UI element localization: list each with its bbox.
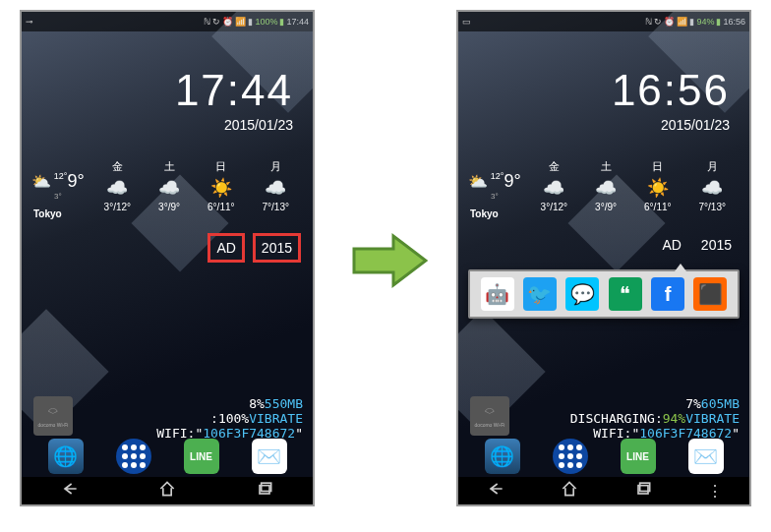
info-mb: 605MB — [701, 396, 740, 411]
forecast-day: 金☁️3°/12° — [104, 159, 131, 212]
recent-button[interactable] — [633, 479, 653, 502]
chat-icon[interactable]: 💬 — [565, 277, 599, 311]
home-button[interactable] — [560, 479, 579, 502]
forecast-day: 金☁️3°/12° — [541, 159, 567, 212]
menu-button[interactable]: ⋮ — [707, 482, 723, 501]
hangouts-icon[interactable]: ❝ — [609, 277, 642, 311]
clock-time: 16:56 — [612, 66, 730, 115]
facebook-icon[interactable]: f — [651, 277, 684, 311]
share-app-1[interactable]: 🤖 — [481, 277, 514, 311]
docomo-widget[interactable]: ⌔ docomo Wi-Fi — [33, 396, 73, 436]
svg-point-16 — [576, 453, 582, 459]
globe-icon[interactable]: 🌐 — [485, 439, 520, 474]
wifi-icon: ⌔ — [48, 404, 58, 422]
info-mb: 550MB — [265, 396, 303, 411]
svg-point-15 — [567, 453, 573, 459]
phone-left: ⊸ ℕ ↻ ⏰ 📶 ▮ 100% ▮ 17:44 17:44 2015/01/2… — [20, 10, 315, 506]
clock-date: 2015/01/23 — [612, 117, 730, 133]
hi-temp: 12° — [491, 171, 504, 181]
ad-button[interactable]: AD — [656, 233, 686, 257]
cloud-icon: ☁️ — [595, 177, 617, 199]
twitter-icon[interactable]: 🐦 — [523, 277, 557, 311]
svg-point-17 — [559, 462, 564, 468]
dock: 🌐 LINE ✉️ — [458, 436, 749, 477]
nfc-icon: ℕ — [645, 17, 652, 27]
info-pct: 8% — [249, 396, 265, 411]
cloud-icon: ⛅ — [468, 173, 488, 190]
ad-button[interactable]: AD — [208, 233, 244, 263]
year-button[interactable]: 2015 — [695, 233, 738, 257]
weather-widget[interactable]: ⛅ 12°9° 3° 金☁️3°/12° 土☁️3°/9° 日☀️6°/11° … — [31, 159, 303, 212]
svg-point-13 — [576, 444, 582, 450]
status-left: ⊸ — [26, 17, 33, 27]
clock-time: 17:44 — [175, 66, 293, 115]
forecast: 金☁️3°/12° 土☁️3°/9° 日☀️6°/11° 月☁️7°/13° — [90, 159, 303, 212]
forecast-day: 日☀️6°/11° — [644, 159, 671, 212]
mail-icon[interactable]: ✉️ — [688, 439, 724, 474]
back-button[interactable] — [486, 479, 505, 502]
back-button[interactable] — [60, 479, 80, 502]
cloud-icon: ☁️ — [158, 177, 180, 199]
dock: 🌐 LINE ✉️ — [22, 436, 313, 477]
cloud-icon: ☁️ — [699, 177, 726, 199]
cur-temp: 9° — [67, 171, 84, 191]
forecast-day: 日☀️6°/11° — [208, 159, 234, 212]
line-icon[interactable]: LINE — [184, 439, 219, 474]
docomo-widget[interactable]: ⌔ docomo Wi-Fi — [470, 396, 509, 436]
app-drawer-icon[interactable] — [553, 439, 588, 474]
share-app-6[interactable]: ⬛ — [693, 277, 727, 311]
mail-icon[interactable]: ✉️ — [252, 439, 287, 474]
clock-date: 2015/01/23 — [175, 117, 293, 133]
city-label: Tokyo — [470, 208, 499, 219]
svg-point-2 — [140, 444, 146, 450]
svg-point-0 — [122, 444, 128, 450]
clock-widget[interactable]: 16:56 2015/01/23 — [612, 66, 730, 133]
docomo-label: docomo Wi-Fi — [475, 422, 505, 428]
cloud-icon: ☁️ — [104, 177, 131, 199]
city-label: Tokyo — [33, 208, 62, 219]
current-weather: ⛅ 12°9° 3° — [31, 171, 85, 201]
info-dpct: 94% — [663, 411, 685, 426]
weather-widget[interactable]: ⛅ 12°9° 3° 金☁️3°/12° 土☁️3°/9° 日☀️6°/11° … — [468, 159, 740, 212]
svg-point-8 — [140, 462, 146, 468]
sun-icon: ☀️ — [644, 177, 671, 199]
svg-point-5 — [140, 453, 146, 459]
globe-icon[interactable]: 🌐 — [48, 439, 84, 474]
info-p2: :100% — [210, 411, 249, 426]
svg-point-7 — [131, 462, 137, 468]
cur-temp: 9° — [504, 171, 520, 191]
info-vibrate: VIBRATE — [249, 411, 303, 426]
year-button[interactable]: 2015 — [253, 233, 301, 263]
info-widget[interactable]: 8%550MB :100%VIBRATE WIFI:"106F3F748672" — [156, 396, 303, 441]
home-button[interactable] — [157, 479, 177, 502]
forecast-day: 土☁️3°/9° — [595, 159, 617, 212]
forecast: 金☁️3°/12° 土☁️3°/9° 日☀️6°/11° 月☁️7°/13° — [527, 159, 740, 212]
recent-button[interactable] — [255, 479, 274, 502]
cloud-icon: ☁️ — [541, 177, 567, 199]
info-pct: 7% — [685, 396, 701, 411]
svg-point-18 — [567, 462, 573, 468]
svg-point-19 — [576, 462, 582, 468]
current-weather: ⛅ 12°9° 3° — [468, 171, 521, 201]
line-icon[interactable]: LINE — [621, 439, 656, 474]
info-vibrate: VIBRATE — [685, 411, 740, 426]
arrow-icon — [349, 231, 428, 290]
lo-temp: 3° — [468, 192, 521, 201]
share-popup: 🤖 🐦 💬 ❝ f ⬛ — [468, 269, 740, 319]
forecast-day: 月☁️7°/13° — [699, 159, 726, 212]
info-discharge: DISCHARGING: — [570, 411, 663, 426]
svg-point-12 — [567, 444, 573, 450]
nav-bar: ⋮ — [458, 477, 749, 504]
info-widget[interactable]: 7%605MB DISCHARGING:94%VIBRATE WIFI:"106… — [570, 396, 740, 441]
hi-temp: 12° — [54, 171, 68, 181]
cloud-icon: ⛅ — [31, 173, 51, 190]
docomo-label: docomo Wi-Fi — [38, 422, 69, 428]
sun-icon: ☀️ — [208, 177, 234, 199]
clock-widget[interactable]: 17:44 2015/01/23 — [175, 66, 293, 133]
app-drawer-icon[interactable] — [116, 439, 151, 474]
svg-point-6 — [122, 462, 128, 468]
svg-point-3 — [122, 453, 128, 459]
forecast-day: 土☁️3°/9° — [158, 159, 180, 212]
status-left: ▭ — [462, 17, 471, 27]
key-icon: ⊸ — [26, 17, 33, 27]
